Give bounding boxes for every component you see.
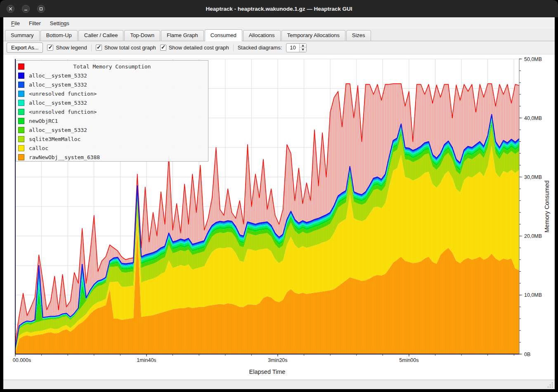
tab-sizes[interactable]: Sizes (346, 30, 371, 41)
legend-swatch (18, 100, 24, 106)
window-controls (7, 0, 45, 17)
legend-swatch (18, 127, 24, 133)
minimize-icon (24, 7, 28, 11)
legend-item: newObjRC1 (16, 116, 208, 125)
spinbox-arrows (299, 44, 306, 52)
legend-swatch (18, 154, 24, 160)
legend-item-label: calloc (29, 145, 48, 151)
toolbar-separator (91, 44, 92, 52)
close-icon (9, 7, 12, 11)
y-tick-label: 50,0MB (524, 56, 542, 62)
status-bar (3, 380, 555, 389)
stacked-diagrams-spinbox[interactable]: 10 (286, 43, 306, 52)
stacked-diagrams-label: Stacked diagrams: (238, 45, 282, 51)
legend-item-label: newObjRC1 (29, 118, 58, 124)
tab-summary[interactable]: Summary (5, 30, 40, 41)
legend-item: calloc (16, 143, 208, 153)
minimize-button[interactable] (22, 5, 30, 13)
y-tick-label: 10,0MB (524, 292, 542, 298)
chevron-up-icon (302, 45, 304, 47)
show-detailed-cost-checkbox[interactable] (160, 45, 166, 51)
legend-title: Total Memory Consumption (24, 63, 200, 70)
legend-item: alloc__system_5332 (16, 98, 208, 107)
legend-item: rawNewObj__system_6388 (16, 153, 208, 162)
menubar: File Filter Settings (3, 17, 555, 29)
tab-caller-callee[interactable]: Caller / Callee (78, 30, 124, 41)
legend-item: alloc__system_5332 (16, 71, 208, 80)
tab-consumed[interactable]: Consumed (205, 29, 242, 41)
legend-item: <unresolved function> (16, 89, 208, 98)
y-ticks (519, 59, 522, 354)
legend-item-label: alloc__system_5332 (29, 100, 87, 106)
tab-flame-graph[interactable]: Flame Graph (161, 30, 204, 41)
legend-item: <unresolved function> (16, 107, 208, 116)
legend-item-label: alloc__system_5332 (29, 82, 87, 88)
tab-temporary-allocations[interactable]: Temporary Allocations (281, 30, 345, 41)
chart-container: 00.000s1min40s3min20s5min00s0B10,0MB20,0… (3, 54, 555, 380)
titlebar: Heaptrack - heaptrack.wakunode.1.gz — He… (0, 0, 558, 17)
tab-bar: Summary Bottom-Up Caller / Callee Top-Do… (3, 29, 555, 41)
x-tick-label: 00.000s (13, 357, 31, 363)
legend-item-label: <unresolved function> (29, 91, 97, 97)
toolbar-separator (233, 44, 234, 52)
chevron-down-icon (302, 49, 304, 51)
legend-item-label: alloc__system_5332 (29, 73, 87, 79)
x-tick-label: 5min00s (399, 357, 418, 363)
legend-title-row: Total Memory Consumption (16, 62, 208, 71)
show-detailed-cost-label: Show detailed cost graph (169, 45, 229, 51)
show-total-cost-label: Show total cost graph (104, 45, 156, 51)
tab-allocations[interactable]: Allocations (243, 30, 281, 41)
legend-swatch-total (18, 63, 24, 70)
menu-settings[interactable]: Settings (46, 19, 73, 28)
show-total-cost-checkbox-group: Show total cost graph (96, 45, 156, 51)
x-tick-label: 1min40s (137, 357, 156, 363)
show-legend-checkbox-group: Show legend (47, 45, 87, 51)
legend-swatch (18, 82, 24, 88)
y-tick-label: 0B (524, 352, 530, 357)
legend-swatch (18, 91, 24, 97)
show-legend-checkbox[interactable] (47, 45, 53, 51)
stacked-diagrams-value: 10 (286, 44, 299, 52)
legend-item-label: rawNewObj__system_6388 (29, 154, 100, 160)
resize-grip[interactable] (547, 382, 553, 387)
chart-legend: Total Memory Consumption alloc__system_5… (16, 60, 208, 162)
tab-top-down[interactable]: Top-Down (124, 30, 160, 41)
spin-up-button[interactable] (300, 44, 306, 48)
legend-item: sqlite3MemMalloc (16, 134, 208, 143)
spin-down-button[interactable] (300, 48, 306, 52)
y-axis-title: Memory Consumed (544, 181, 550, 233)
legend-swatch (18, 73, 24, 79)
export-as-button[interactable]: Export As... (7, 42, 43, 53)
x-axis-title: Elapsed Time (249, 369, 286, 375)
show-detailed-cost-checkbox-group: Show detailed cost graph (160, 45, 229, 51)
y-tick-label: 40,0MB (524, 115, 542, 121)
legend-item: alloc__system_5332 (16, 80, 208, 89)
legend-swatch (18, 145, 24, 151)
show-legend-label: Show legend (56, 45, 87, 51)
legend-item-label: alloc__system_5332 (29, 127, 87, 133)
window-title: Heaptrack - heaptrack.wakunode.1.gz — He… (0, 6, 558, 12)
menu-file[interactable]: File (7, 19, 24, 28)
x-tick-label: 3min20s (268, 357, 287, 363)
legend-swatch (18, 136, 24, 142)
legend-item-label: sqlite3MemMalloc (29, 136, 80, 142)
legend-swatch (18, 109, 24, 115)
menu-filter[interactable]: Filter (25, 19, 45, 28)
show-total-cost-checkbox[interactable] (96, 45, 102, 51)
app-window: Heaptrack - heaptrack.wakunode.1.gz — He… (0, 0, 558, 392)
tab-bottom-up[interactable]: Bottom-Up (40, 30, 78, 41)
maximize-button[interactable] (37, 5, 45, 13)
close-button[interactable] (7, 5, 14, 13)
y-tick-label: 30,0MB (524, 174, 542, 180)
toolbar: Export As... Show legend Show total cost… (3, 41, 555, 54)
y-tick-label: 20,0MB (524, 233, 542, 239)
maximize-icon (39, 7, 43, 11)
legend-item: alloc__system_5332 (16, 125, 208, 134)
legend-item-label: <unresolved function> (29, 109, 97, 115)
legend-swatch (18, 118, 24, 124)
